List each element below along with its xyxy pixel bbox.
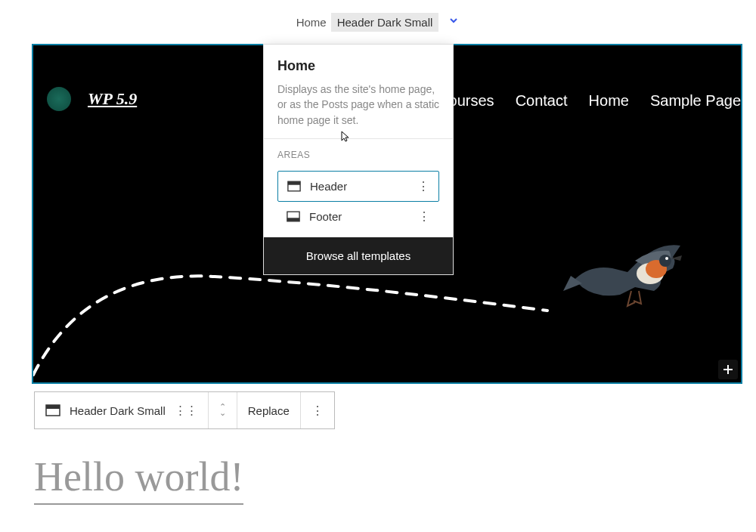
navigation-menu: All Courses Contact Home Sample Page (417, 92, 741, 110)
header-layout-icon (287, 181, 301, 192)
svg-rect-9 (46, 405, 60, 409)
toolbar-block-info[interactable]: Header Dark Small ⋮⋮ (35, 392, 209, 428)
dropdown-description: Displays as the site's home page, or as … (277, 82, 439, 128)
more-icon[interactable]: ⋮ (417, 179, 429, 193)
template-dropdown: Home Displays as the site's home page, o… (263, 44, 454, 275)
header-layout-icon (45, 404, 60, 416)
bird-image (559, 212, 696, 317)
nav-item-contact[interactable]: Contact (516, 92, 568, 110)
toolbar-more: ⋮ (301, 392, 334, 428)
svg-rect-7 (287, 218, 299, 221)
svg-point-2 (659, 255, 671, 267)
area-item-footer[interactable]: Footer ⋮ (277, 202, 439, 231)
add-block-button[interactable] (718, 360, 738, 379)
areas-section: AREAS Header ⋮ Footer ⋮ (264, 139, 453, 237)
replace-button[interactable]: Replace (248, 404, 290, 417)
area-label: Footer (309, 210, 409, 223)
breadcrumb-home[interactable]: Home (296, 16, 327, 29)
dropdown-title: Home (277, 58, 439, 74)
svg-point-3 (665, 257, 668, 260)
toolbar-replace: Replace (237, 392, 301, 428)
block-name-label: Header Dark Small (70, 404, 166, 417)
site-logo[interactable] (47, 87, 71, 111)
post-title[interactable]: Hello world! (34, 453, 243, 505)
nav-item-home[interactable]: Home (589, 92, 629, 110)
area-label: Header (310, 180, 408, 193)
svg-rect-5 (288, 181, 300, 185)
chevron-down-icon[interactable] (448, 14, 460, 29)
browse-templates-button[interactable]: Browse all templates (264, 237, 453, 274)
footer-layout-icon (287, 211, 300, 222)
block-toolbar: Header Dark Small ⋮⋮ ⌃ ⌄ Replace ⋮ (34, 391, 335, 429)
nav-item-sample[interactable]: Sample Page (650, 92, 741, 110)
move-up-down[interactable]: ⌃ ⌄ (219, 404, 226, 416)
area-item-header[interactable]: Header ⋮ (277, 171, 439, 202)
drag-handle-icon[interactable]: ⋮⋮ (175, 404, 197, 417)
chevron-down-icon[interactable]: ⌄ (219, 410, 226, 416)
more-icon[interactable]: ⋮ (418, 209, 430, 224)
more-icon[interactable]: ⋮ (311, 404, 324, 418)
toolbar-move: ⌃ ⌄ (209, 392, 237, 428)
site-title[interactable]: WP 5.9 (88, 89, 137, 109)
dropdown-header: Home Displays as the site's home page, o… (264, 45, 453, 138)
breadcrumb: Home Header Dark Small (0, 0, 756, 44)
areas-label: AREAS (277, 150, 439, 160)
site-identity: WP 5.9 (47, 87, 137, 111)
breadcrumb-current[interactable]: Header Dark Small (331, 13, 439, 32)
